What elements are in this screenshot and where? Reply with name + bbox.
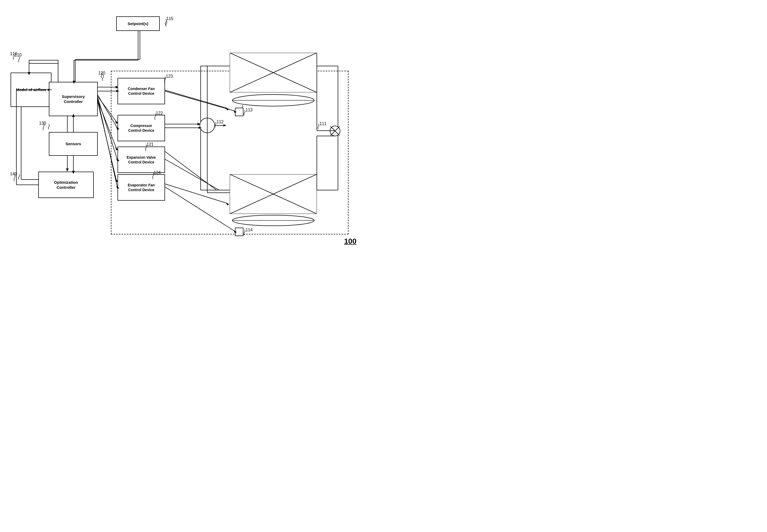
condenser-fan-control-box: Condenser FanControl Device xyxy=(117,78,165,104)
compressor-control-box: CompressorControl Device xyxy=(117,115,165,141)
svg-marker-21 xyxy=(66,168,69,172)
ref-110-label: 110 xyxy=(15,53,22,58)
ref-112: 112 xyxy=(217,120,224,124)
expansion-valve-control-box: Expansion ValveControl Device xyxy=(117,147,165,173)
diagram-number: 100 xyxy=(344,237,356,246)
ref-114: 114 xyxy=(246,228,253,232)
ref-111: 111 xyxy=(319,121,327,126)
ref-113: 113 xyxy=(246,108,253,112)
svg-line-44 xyxy=(273,53,317,73)
lower-fan-motor-box xyxy=(235,228,243,236)
model-airflow-box: Model of airflow xyxy=(11,73,51,107)
upper-fan-motor-box xyxy=(235,108,243,116)
svg-line-43 xyxy=(230,53,273,73)
ref-140: 140 xyxy=(10,172,17,176)
ref-124: 124 xyxy=(154,170,161,175)
ref-122: 122 xyxy=(156,111,163,116)
optimization-controller-box: OptimizationController xyxy=(38,172,94,198)
evaporator-fan-control-box: Evaporator FanControl Device xyxy=(117,174,165,201)
ref-115: 115 xyxy=(166,16,173,21)
ref-121: 121 xyxy=(147,142,154,147)
ref-130: 130 xyxy=(39,121,46,126)
sensors-box: Sensors xyxy=(49,132,98,156)
setpoints-box: Setpoint(s) xyxy=(116,16,160,31)
diagram-container: 110 Model of airflow Setpoint(s) 115 120… xyxy=(0,0,370,256)
ref-123: 123 xyxy=(166,74,173,79)
ref-120: 120 xyxy=(98,71,105,76)
supervisory-controller-box: SupervisoryController xyxy=(49,82,98,116)
